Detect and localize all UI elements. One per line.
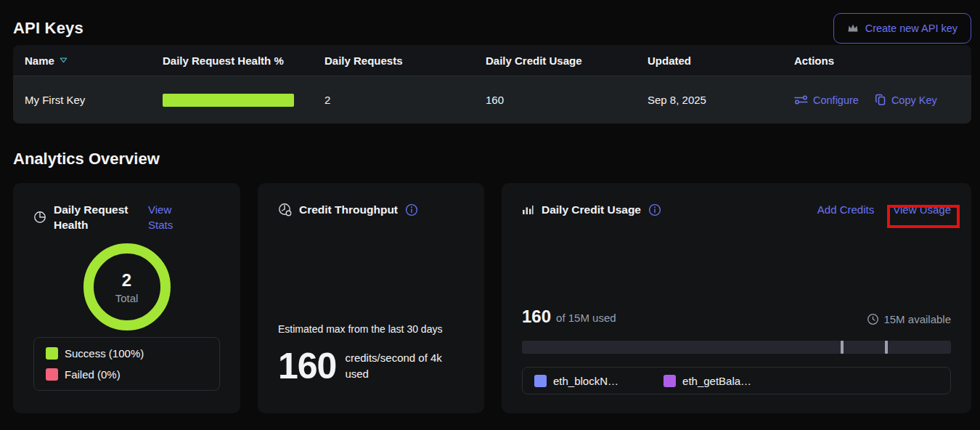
- configure-button[interactable]: Configure: [794, 94, 859, 106]
- table-header-row: Name Daily Request Health % Daily Reques…: [13, 45, 971, 76]
- api-keys-table: Name Daily Request Health % Daily Reques…: [13, 45, 971, 123]
- add-credits-link[interactable]: Add Credits: [817, 202, 874, 217]
- progress-tick: [885, 341, 888, 354]
- copy-key-label: Copy Key: [891, 94, 937, 106]
- analytics-overview-title: Analytics Overview: [13, 150, 971, 169]
- crown-icon: [847, 23, 859, 33]
- usage-legend: eth_blockN… eth_getBala…: [522, 367, 951, 394]
- create-api-key-label: Create new API key: [865, 23, 957, 34]
- eth-blocknumber-swatch: [534, 375, 547, 387]
- create-api-key-button[interactable]: Create new API key: [833, 13, 971, 44]
- legend-item-eth-blocknumber: eth_blockN…: [534, 375, 618, 387]
- pie-chart-icon: [33, 211, 46, 224]
- copy-key-button[interactable]: Copy Key: [875, 94, 937, 106]
- sort-down-icon[interactable]: [60, 57, 68, 63]
- throughput-value: 160: [278, 345, 336, 387]
- credit-throughput-card: Credit Throughput Estimated max from the…: [258, 183, 484, 413]
- api-key-name: My First Key: [25, 94, 163, 106]
- card-title-throughput: Credit Throughput: [299, 202, 398, 217]
- page-title: API Keys: [13, 19, 83, 38]
- column-header-name[interactable]: Name: [25, 54, 163, 67]
- legend-item-failed: Failed (0%): [46, 368, 208, 381]
- request-health-bar: [163, 94, 294, 107]
- daily-request-health-card: Daily Request Health View Stats 2 Total …: [13, 183, 240, 413]
- card-title-health: Daily Request Health: [54, 202, 141, 232]
- view-stats-link[interactable]: View Stats: [148, 202, 184, 232]
- health-legend: Success (100%) Failed (0%): [33, 337, 220, 391]
- success-swatch: [46, 347, 58, 360]
- request-health-donut: 2 Total: [83, 243, 171, 330]
- daily-requests-value: 2: [324, 94, 486, 106]
- failed-swatch: [46, 368, 58, 381]
- sliders-icon: [794, 94, 808, 105]
- bar-chart-icon: [522, 204, 534, 215]
- column-header-actions: Actions: [794, 54, 960, 67]
- donut-total-value: 2: [122, 270, 131, 291]
- credit-usage-progress-bar: [522, 341, 951, 354]
- credits-used-suffix: of 15M used: [556, 311, 616, 325]
- daily-credit-usage-card: Daily Credit Usage Add Credits View Usag…: [502, 183, 971, 413]
- column-header-health: Daily Request Health %: [163, 54, 324, 67]
- info-icon[interactable]: [405, 203, 418, 216]
- legend-item-eth-getbalance: eth_getBala…: [663, 375, 751, 387]
- eth-getbalance-swatch: [663, 375, 676, 387]
- column-header-requests: Daily Requests: [324, 54, 486, 67]
- card-title-usage: Daily Credit Usage: [542, 202, 641, 217]
- api-key-row: My First Key 2 160 Sep 8, 2025 Configure: [13, 76, 971, 123]
- eth-getbalance-label: eth_getBala…: [682, 375, 751, 387]
- copy-icon: [875, 94, 886, 106]
- info-icon[interactable]: [648, 203, 661, 216]
- legend-item-success: Success (100%): [46, 347, 208, 360]
- failed-label: Failed (0%): [65, 368, 121, 381]
- dashboard-page: API Keys Create new API key Name Daily R…: [0, 0, 980, 430]
- donut-total-label: Total: [115, 292, 139, 304]
- column-header-updated: Updated: [648, 54, 794, 67]
- top-bar: API Keys Create new API key: [13, 0, 971, 45]
- daily-credit-usage-value: 160: [486, 94, 648, 106]
- progress-tick: [841, 341, 844, 354]
- column-header-credit-usage: Daily Credit Usage: [486, 54, 648, 67]
- success-label: Success (100%): [65, 347, 144, 360]
- credits-available-label: 15M available: [883, 313, 951, 325]
- clock-icon: [867, 313, 879, 325]
- credits-used-value: 160: [522, 308, 551, 325]
- throughput-subtitle: Estimated max from the last 30 days: [278, 323, 464, 335]
- view-usage-link[interactable]: View Usage: [893, 202, 951, 217]
- analytics-cards: Daily Request Health View Stats 2 Total …: [13, 183, 971, 413]
- gauge-icon: [278, 203, 292, 216]
- configure-label: Configure: [813, 94, 859, 106]
- updated-value: Sep 8, 2025: [648, 94, 794, 106]
- eth-blocknumber-label: eth_blockN…: [553, 375, 618, 387]
- throughput-suffix: credits/second of 4k used: [345, 350, 454, 382]
